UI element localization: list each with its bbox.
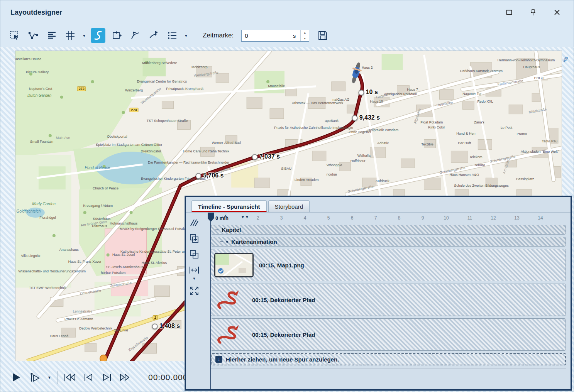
save-button[interactable]	[315, 28, 330, 43]
title-bar: Layoutdesigner	[0, 0, 574, 24]
pin-button[interactable]	[527, 7, 540, 18]
grid-tool-button[interactable]	[63, 28, 78, 43]
track-list-tool-button[interactable]	[165, 28, 179, 43]
drop-arrow-icon: ↓	[215, 356, 222, 363]
timeline-panel: Timeline - Spuransicht Storyboard ▼	[185, 196, 572, 390]
timeline-tracks: − Kapitel − Kartenanimation 00:15,	[202, 223, 571, 378]
fit-timeline-dropdown[interactable]: ▼	[193, 277, 196, 280]
route-point-icon[interactable]	[352, 115, 357, 121]
main-toolbar: ▼ ▼ Zeitmarke: 0 s ▲▼	[0, 24, 574, 47]
route-time-label: 5,706 s	[203, 172, 224, 179]
route-point-icon[interactable]	[358, 90, 364, 95]
ruler-tick: 2	[257, 215, 259, 221]
ruler-tick: 5	[327, 215, 330, 221]
s-curve-tool-button[interactable]	[91, 28, 105, 43]
bullet-icon	[226, 241, 228, 243]
ruler-tick: 14	[538, 215, 543, 221]
duplicate-track-icon[interactable]	[189, 249, 200, 260]
track-clip-map1[interactable]: 00:15, Map1.png	[211, 249, 566, 281]
restore-window-button[interactable]	[503, 7, 516, 18]
route-point-icon[interactable]	[196, 173, 201, 179]
track-group-kapitel[interactable]: − Kapitel	[211, 225, 566, 235]
ruler-tick: 13	[514, 215, 519, 221]
transport-bar: ▼ 00:00.000	[10, 366, 188, 389]
clip-label: 00:15, Dekorierter Pfad	[252, 297, 315, 303]
track-clip-dekorierter-pfad-1[interactable]: 00:15, Dekorierter Pfad	[211, 284, 566, 316]
close-button[interactable]	[550, 7, 564, 18]
path-clip-thumbnail	[214, 287, 247, 313]
map-clip-thumbnail	[214, 253, 254, 277]
route-start-marker[interactable]	[100, 355, 107, 361]
route-time-label: 7,037 s	[259, 153, 280, 160]
route-time-label: 9,432 s	[359, 114, 380, 121]
jump-markers-icon[interactable]: ▼▼	[241, 215, 249, 219]
path-start-tool-button[interactable]	[128, 28, 142, 43]
play-button[interactable]	[10, 370, 23, 385]
empty-track-area	[211, 368, 566, 378]
tab-timeline-spuransicht[interactable]: Timeline - Spuransicht	[191, 200, 267, 212]
spin-up-icon[interactable]: ▲	[301, 30, 309, 36]
add-track-icon[interactable]	[189, 233, 200, 244]
zeitmarke-value[interactable]: 0	[242, 30, 291, 41]
transport-separator	[58, 371, 58, 384]
timeline-tab-bar: Timeline - Spuransicht Storyboard	[186, 197, 571, 213]
ruler-tick: 7	[374, 215, 377, 221]
path-clip-thumbnail	[214, 322, 247, 347]
expand-tracks-icon[interactable]	[189, 286, 200, 296]
window-title: Layoutdesigner	[10, 8, 492, 17]
playhead[interactable]	[210, 213, 211, 389]
ruler-tick: 12	[491, 215, 496, 221]
track-clip-dekorierter-pfad-2[interactable]: 00:15, Dekorierter Pfad	[211, 318, 566, 351]
play-from-marker-button[interactable]	[28, 370, 41, 385]
track-group-kartenanimation[interactable]: − Kartenanimation	[211, 237, 566, 247]
ruler-tick: 4	[304, 215, 306, 221]
layer-list-tool-button[interactable]	[44, 28, 59, 43]
grid-tool-dropdown[interactable]: ▼	[81, 28, 87, 43]
next-frame-button[interactable]	[100, 370, 113, 385]
zeitmarke-spinner[interactable]: ▲▼	[300, 30, 309, 41]
ruler-tick: 11	[467, 215, 472, 221]
map-edit-icon[interactable]: ✎	[560, 56, 571, 64]
select-tool-button[interactable]	[7, 28, 22, 43]
track-list-dropdown[interactable]: ▼	[183, 28, 189, 43]
zeitmarke-input[interactable]: 0 s ▲▼	[241, 30, 309, 42]
zeitmarke-unit: s	[291, 30, 301, 41]
fit-timeline-icon[interactable]	[189, 265, 200, 275]
route-point-icon[interactable]	[252, 154, 257, 160]
ruler-tick: 6	[351, 215, 354, 221]
transform-box-tool-button[interactable]	[109, 28, 124, 43]
zeitmarke-label: Zeitmarke:	[203, 32, 234, 39]
timeline-tool-column: ▼	[186, 213, 202, 389]
layoutdesigner-window: Layoutdesigner ▼	[0, 0, 574, 392]
clip-label: 00:15, Map1.png	[259, 262, 304, 269]
time-display: 00:00.000	[148, 373, 188, 382]
skip-to-start-button[interactable]	[63, 370, 76, 385]
previous-frame-button[interactable]	[82, 370, 95, 385]
skip-to-end-button[interactable]	[119, 370, 132, 385]
collapse-icon[interactable]: −	[215, 227, 218, 233]
route-time-label: 10 s	[366, 89, 378, 96]
tab-storyboard[interactable]: Storyboard	[268, 200, 310, 212]
route-point-icon[interactable]	[152, 323, 157, 329]
ruler-tick: 8	[398, 215, 401, 221]
ruler-tick: 9	[422, 215, 424, 221]
path-end-tool-button[interactable]	[146, 28, 161, 43]
group-label: Kapitel	[222, 226, 241, 233]
play-from-dropdown[interactable]: ▼	[47, 370, 52, 385]
route-time-label: 1,408 s	[159, 323, 180, 329]
collapse-icon[interactable]: −	[220, 239, 223, 245]
razor-tracks-icon[interactable]	[189, 217, 200, 228]
timeline-track-region: 0 min ✂ ▼▼ 234567891011121314 − Kapitel …	[202, 213, 571, 389]
curve-nodes-tool-button[interactable]	[26, 28, 41, 43]
clip-label: 00:15, Dekorierter Pfad	[252, 331, 315, 338]
group-label: Kartenanimation	[231, 238, 277, 245]
timeline-ruler[interactable]: 0 min ✂ ▼▼ 234567891011121314	[202, 213, 571, 223]
dropzone-label: Hierher ziehen, um neue Spur anzulegen.	[226, 356, 339, 363]
spin-down-icon[interactable]: ▼	[301, 35, 309, 41]
ruler-tick: 3	[280, 215, 283, 221]
ruler-tick: 10	[444, 215, 449, 221]
new-track-dropzone[interactable]: ↓ Hierher ziehen, um neue Spur anzulegen…	[211, 353, 566, 365]
